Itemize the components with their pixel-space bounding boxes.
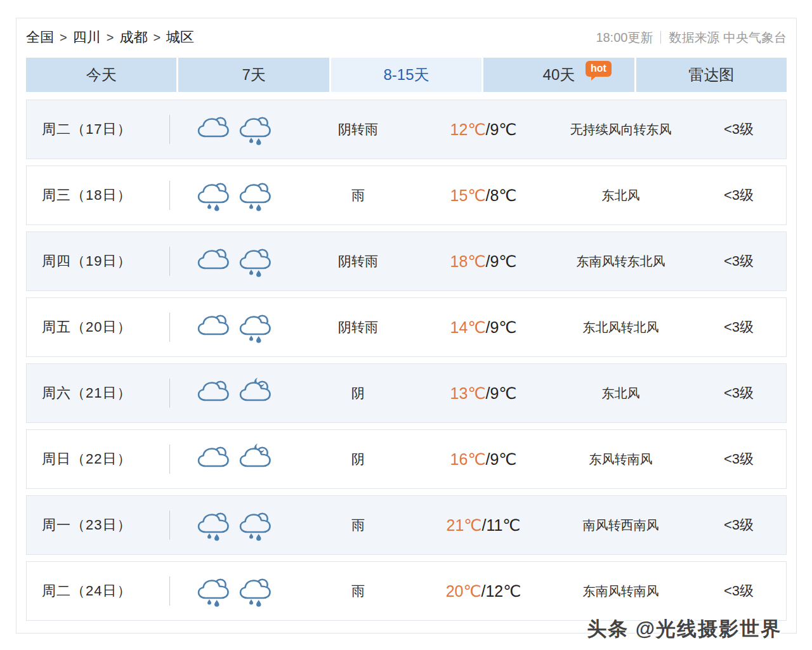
- wind-level: <3级: [691, 318, 786, 337]
- watermark: 头条 @光线摄影世界: [587, 616, 782, 642]
- wind-level: <3级: [691, 252, 786, 271]
- temp-high: 13℃: [450, 384, 486, 402]
- temperature: 15℃/8℃: [417, 186, 550, 205]
- temperature: 18℃/9℃: [417, 252, 550, 271]
- overcast-icon: [196, 310, 232, 344]
- breadcrumb-item[interactable]: 四川: [73, 28, 101, 47]
- temp-low: 12℃: [485, 582, 521, 600]
- meta-info: 18:00更新 数据来源 中央气象台: [596, 29, 787, 46]
- weather-icons: [170, 310, 299, 344]
- forecast-list: 周二（17日）阴转雨12℃/9℃无持续风向转东风<3级周三（18日）雨15℃/8…: [26, 100, 787, 621]
- update-time: 18:00更新: [596, 29, 653, 46]
- temperature: 14℃/9℃: [417, 318, 550, 337]
- weather-icons: [170, 244, 299, 278]
- wind-direction: 南风转西南风: [550, 517, 691, 534]
- forecast-row: 周二（24日）雨20℃/12℃东南风转南风<3级: [26, 561, 787, 621]
- day-label: 周四（19日）: [27, 252, 169, 271]
- forecast-row: 周三（18日）雨15℃/8℃东北风<3级: [26, 166, 787, 225]
- breadcrumb-separator: >: [107, 30, 114, 45]
- weather-text: 阴: [299, 450, 417, 468]
- wind-direction: 东北风: [550, 385, 691, 402]
- temp-high: 16℃: [450, 450, 486, 468]
- rain-icon: [196, 574, 232, 608]
- rain-icon: [238, 508, 273, 542]
- forecast-row: 周二（17日）阴转雨12℃/9℃无持续风向转东风<3级: [26, 100, 787, 159]
- breadcrumb: 全国>四川>成都>城区: [26, 28, 194, 47]
- wind-level: <3级: [691, 582, 786, 601]
- overcast-icon: [196, 244, 232, 278]
- day-label: 周二（24日）: [27, 582, 169, 601]
- day-label: 周一（23日）: [27, 516, 169, 535]
- temp-high: 18℃: [450, 252, 486, 270]
- temp-high: 12℃: [450, 120, 486, 138]
- tab-2[interactable]: 7天: [178, 58, 329, 92]
- rain-icon: [196, 508, 232, 542]
- temp-high: 20℃: [446, 582, 481, 600]
- forecast-row: 周四（19日）阴转雨18℃/9℃东南风转东北风<3级: [26, 231, 787, 291]
- wind-direction: 东南风转南风: [550, 583, 691, 600]
- tab-label: 今天: [86, 66, 117, 83]
- wind-direction: 东风转南风: [550, 451, 691, 468]
- temp-high: 21℃: [447, 516, 482, 534]
- tab-3[interactable]: 8-15天: [331, 58, 481, 92]
- day-label: 周二（17日）: [27, 120, 169, 139]
- tab-label: 7天: [242, 66, 265, 83]
- weather-icons: [170, 112, 299, 146]
- weather-text: 阴: [299, 384, 417, 402]
- rain-icon: [238, 574, 273, 608]
- overcast-icon: [196, 376, 232, 410]
- temp-low: 9℃: [490, 450, 516, 468]
- data-source: 数据来源 中央气象台: [669, 29, 787, 46]
- overcast-icon: [196, 112, 232, 146]
- wind-level: <3级: [691, 516, 786, 535]
- breadcrumb-separator: >: [153, 30, 160, 45]
- weather-text: 雨: [299, 582, 417, 600]
- weather-icons: [170, 178, 299, 212]
- wind-level: <3级: [691, 186, 786, 205]
- wind-direction: 东北风转北风: [550, 319, 691, 336]
- wind-direction: 无持续风向转东风: [550, 121, 691, 138]
- rain-icon: [196, 178, 232, 212]
- rain-icon: [238, 310, 273, 344]
- temperature: 12℃/9℃: [417, 120, 550, 139]
- day-label: 周六（21日）: [27, 384, 169, 403]
- tab-1[interactable]: 今天: [26, 58, 176, 92]
- weather-panel: 全国>四川>成都>城区 18:00更新 数据来源 中央气象台 今天7天8-15天…: [16, 18, 797, 634]
- weather-text: 阴转雨: [299, 318, 417, 336]
- temp-low: 9℃: [490, 120, 516, 138]
- temp-low: 8℃: [490, 186, 516, 204]
- forecast-row: 周五（20日）阴转雨14℃/9℃东北风转北风<3级: [26, 297, 787, 357]
- temp-low: 11℃: [486, 516, 520, 534]
- tab-5[interactable]: 雷达图: [636, 58, 787, 92]
- breadcrumb-separator: >: [60, 30, 67, 45]
- day-label: 周五（20日）: [27, 318, 169, 337]
- weather-text: 雨: [299, 516, 417, 534]
- tab-label: 雷达图: [688, 66, 734, 83]
- tab-bar: 今天7天8-15天40天hot雷达图: [26, 58, 787, 92]
- rain-icon: [238, 112, 273, 146]
- hot-badge: hot: [586, 61, 612, 77]
- rain-icon: [238, 244, 273, 278]
- temp-low: 9℃: [490, 384, 516, 402]
- breadcrumb-item[interactable]: 全国: [26, 28, 54, 47]
- wind-direction: 东南风转东北风: [550, 253, 691, 270]
- weather-icons: [170, 376, 299, 410]
- tab-label: 40天: [543, 66, 575, 83]
- weather-text: 阴转雨: [299, 120, 417, 138]
- rain-icon: [238, 178, 273, 212]
- temperature: 13℃/9℃: [417, 384, 550, 403]
- weather-icons: [170, 508, 299, 542]
- breadcrumb-item[interactable]: 成都: [119, 28, 147, 47]
- wind-level: <3级: [691, 384, 786, 403]
- overcast-night-icon: [238, 376, 273, 410]
- temperature: 16℃/9℃: [417, 450, 550, 469]
- weather-text: 阴转雨: [299, 252, 417, 270]
- breadcrumb-item[interactable]: 城区: [166, 28, 194, 47]
- temperature: 21℃/11℃: [417, 516, 550, 535]
- day-label: 周三（18日）: [27, 186, 169, 205]
- wind-level: <3级: [691, 120, 786, 139]
- tab-4[interactable]: 40天hot: [483, 58, 634, 92]
- temp-low: 9℃: [490, 252, 516, 270]
- overcast-icon: [196, 442, 232, 476]
- weather-text: 雨: [299, 186, 417, 204]
